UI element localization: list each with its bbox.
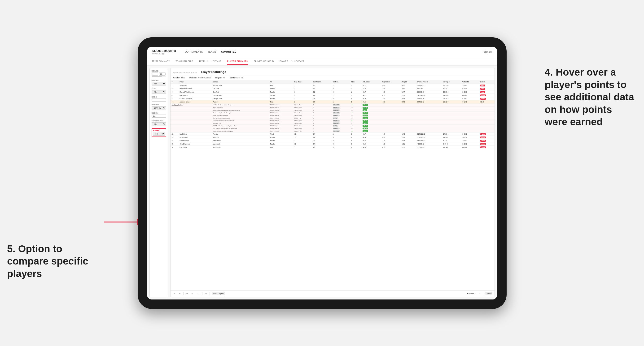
- table-row: 5 Christo Lamprecht Georgia Tech Fourth …: [170, 97, 494, 100]
- sidebar-region-input[interactable]: [152, 115, 166, 118]
- points-badge[interactable]: 39.95: [480, 143, 486, 145]
- subnav-player-h2h-grid[interactable]: PLAYER H2H GRID: [254, 58, 274, 65]
- points-badge[interactable]: 76.2: [480, 88, 485, 90]
- toolbar-sep4: [483, 292, 483, 295]
- col-school: School: [212, 80, 269, 84]
- table-row-highlighted: 6 Jackson Koiun Auburn First 2 27 1 3 67…: [170, 100, 494, 103]
- sidebar-gender: Gender Men: [152, 80, 166, 85]
- col-avg-sg: Avg SG: [401, 80, 416, 84]
- col-overall-record: Overall Record: [416, 80, 442, 84]
- points-badge[interactable]: 40.27: [480, 137, 486, 138]
- annotation-left: 5. Option to compare specific players: [7, 243, 97, 280]
- sidebar-region-label: Region: [152, 112, 166, 114]
- tooltip-row: Southern Highlands Collegiate NCAA Divis…: [170, 112, 494, 114]
- tooltip-row: Amer Am Intercollegiate NCAA Division I …: [170, 114, 494, 117]
- table-row: 22 Ian Gilligan Florida Third 10 24 1 0 …: [170, 132, 494, 136]
- sidebar-division: Division NCAA Division I: [152, 104, 166, 110]
- top-nav: SCOREBOARD Powered by clipp TOURNAMENTS …: [147, 47, 497, 57]
- tooltip-row: Fallen Oak Collegiate Invitational NCAA …: [170, 119, 494, 122]
- subnav-player-h2h-heatmap[interactable]: PLAYER H2H HEATMAP: [280, 58, 304, 65]
- table-row: 24 Bastien Amat New Mexico Fourth 1 27 2…: [170, 139, 494, 142]
- tablet-screen: SCOREBOARD Powered by clipp TOURNAMENTS …: [147, 47, 497, 300]
- sidebar-niche-input[interactable]: [152, 99, 166, 102]
- toolbar-paste[interactable]: ⊡: [190, 292, 194, 295]
- col-wins: Wins: [350, 80, 362, 84]
- toolbar-clock[interactable]: ◷: [204, 292, 208, 295]
- toolbar-copy[interactable]: ⊕: [186, 292, 189, 295]
- standings-table: # Player School Yr Reg Rank Conf Rank No…: [170, 80, 494, 149]
- subnav-team-summary[interactable]: TEAM SUMMARY: [152, 58, 170, 65]
- points-badge[interactable]: 38.49: [480, 147, 486, 148]
- tooltip-row: SEC Stroke Play hosted by Jerry Pate NCA…: [170, 127, 494, 130]
- col-yr: Yr: [269, 80, 293, 84]
- sidebar-division-label: Division: [152, 104, 166, 106]
- sidebar-niche: Niche: [152, 96, 166, 102]
- chevron-down-icon: ▾: [475, 293, 476, 295]
- points-badge[interactable]: 40.68: [480, 133, 486, 135]
- nav-committee[interactable]: COMMITTEE: [221, 50, 236, 54]
- annotation-left-text: 5. Option to compare specific players: [7, 243, 88, 279]
- sidebar-division-select[interactable]: NCAA Division I: [152, 106, 166, 110]
- bottom-toolbar: ↩ ↪ ⊕ ⊡ — • ◷ View: Original 👁: [170, 290, 494, 297]
- sidebar-conference-label: Conference: [152, 120, 166, 122]
- tooltip-row: SEC Match Play hosted by Jerry Pate NCAA…: [170, 125, 494, 127]
- nav-teams[interactable]: TEAMS: [208, 50, 216, 54]
- tooltip-row: Williams Cup NCAA Division I Stroke Play…: [170, 122, 494, 125]
- toolbar-right: 👁 Watch ▾ ⬇ ⬆ Share: [467, 292, 492, 295]
- sidebar-no-rds-max[interactable]: [159, 72, 166, 76]
- sidebar-year-select[interactable]: (All): [152, 90, 166, 94]
- annotation-right: 4. Hover over a player's points to see a…: [545, 66, 634, 128]
- main-content: No Rds. Gender Men: [147, 66, 497, 300]
- toolbar-download[interactable]: ⬇: [478, 292, 481, 295]
- sidebar-niche-label: Niche: [152, 96, 166, 98]
- nav-right: Sign out: [484, 50, 492, 53]
- points-badge[interactable]: 88.2: [480, 85, 485, 86]
- outer-container: 5. Option to compare specific players 4.…: [0, 0, 644, 346]
- toolbar-sep2: [202, 292, 202, 295]
- tooltip-row: Wake Forest Invitational at Pinehurst No…: [170, 109, 494, 112]
- toolbar-filter[interactable]: — •: [196, 292, 200, 295]
- standings-area: Update time: 27/01/2024 16:56:26 Player …: [170, 68, 495, 297]
- table-row: 2 Michael La Sasso Ole Miss Second 1 18 …: [170, 87, 494, 90]
- table-wrapper: # Player School Yr Reg Rank Conf Rank No…: [170, 80, 494, 290]
- table-row: 26 Petr Hruby Washington Fifth 7 23 0 0 …: [170, 146, 494, 149]
- toolbar-sep1: [183, 292, 184, 295]
- points-badge[interactable]: 88.94: [480, 94, 486, 96]
- logo-area: SCOREBOARD Powered by clipp: [152, 49, 176, 54]
- col-conf-rank: Conf Rank: [312, 80, 332, 84]
- sidebar-conference-select[interactable]: (All): [152, 122, 166, 126]
- toolbar-view[interactable]: View: Original: [212, 292, 225, 295]
- points-badge[interactable]: 40.02: [480, 140, 486, 142]
- filter-region: Region: All: [216, 77, 225, 79]
- sign-out-link[interactable]: Sign out: [484, 50, 492, 53]
- sidebar-no-rds-min[interactable]: [152, 72, 158, 76]
- col-reg-rank: Reg Rank: [293, 80, 312, 84]
- toolbar-share[interactable]: ⬆ Share: [485, 292, 492, 295]
- col-vs-top25: Vs Top 25: [442, 80, 461, 84]
- subnav-player-summary[interactable]: PLAYER SUMMARY: [227, 58, 248, 65]
- subnav-team-h2h-heatmap[interactable]: TEAM H2H HEATMAP: [199, 58, 222, 65]
- toolbar-watch[interactable]: 👁 Watch ▾: [467, 293, 476, 295]
- standings-header: Update time: 27/01/2024 16:56:26 Player …: [170, 68, 494, 76]
- col-avg-par: Avg to-Par: [381, 80, 401, 84]
- subnav-team-h2h-grid[interactable]: TEAM H2H GRID: [176, 58, 193, 65]
- points-badge[interactable]: 70.2: [480, 91, 485, 93]
- toolbar-undo[interactable]: ↩: [173, 292, 176, 295]
- tooltip-row: Tiger Invitational NCAA Division I Strok…: [170, 106, 494, 109]
- filter-division: Division: NCAA Division I: [190, 77, 211, 79]
- sidebar-year: Year (All): [152, 88, 166, 94]
- points-badge[interactable]: 80.89: [480, 98, 486, 100]
- sidebar-gender-label: Gender: [152, 80, 166, 81]
- logo-text: SCOREBOARD: [152, 49, 176, 53]
- table-row: 1 Wenyi Ding Arizona State First 1 15 1 …: [170, 84, 494, 87]
- sidebar-gender-select[interactable]: Men: [152, 82, 166, 85]
- col-no-rds: No Rds.: [332, 80, 350, 84]
- toolbar-redo[interactable]: ↪: [178, 292, 182, 295]
- nav-tournaments[interactable]: TOURNAMENTS: [183, 50, 203, 54]
- col-points: Points: [479, 80, 494, 84]
- sidebar-no-rds-label: No Rds.: [152, 70, 166, 72]
- sidebar-player-label: Player: [153, 130, 165, 131]
- table-row: 3 Michael Thorbjornsen Stanford Fourth 1…: [170, 90, 494, 94]
- filter-gender: Gender: Men: [173, 77, 185, 79]
- sidebar-player-select[interactable]: (All): [153, 132, 165, 136]
